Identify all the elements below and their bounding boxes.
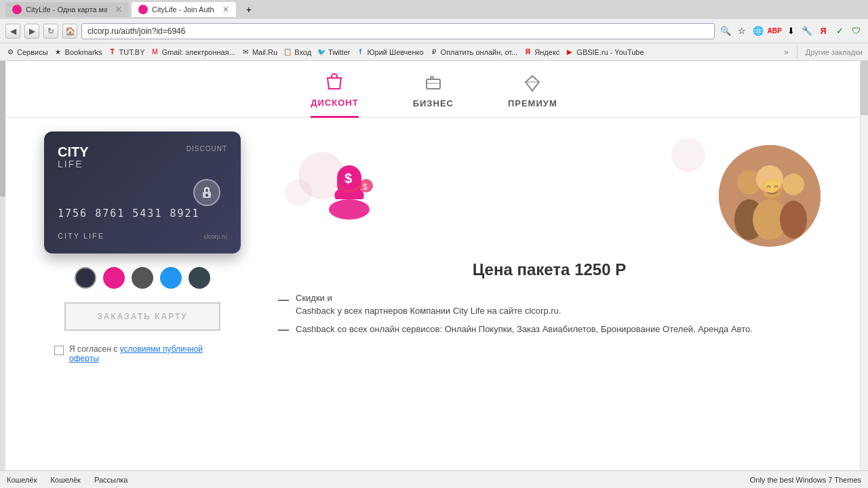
- card-brand-line1: CITY: [58, 145, 89, 159]
- tutby-icon: T: [108, 47, 117, 57]
- svg-point-19: [783, 174, 804, 195]
- other-bookmarks[interactable]: Другие закладки: [806, 48, 863, 56]
- bookmarks-divider: [797, 47, 797, 58]
- address-bar[interactable]: clcorp.ru/auth/join?id=6946: [81, 23, 715, 39]
- terms-text: Я согласен с условиями публичной оферты: [69, 344, 231, 363]
- nav-icons: 🔍 ☆ 🌐 ABP ⬇ 🔧 Я ✓ 🛡: [719, 24, 863, 38]
- bottom-item-1: Кошелёк: [7, 476, 37, 484]
- color-swatches: [75, 267, 210, 289]
- vhod-icon: 📋: [283, 47, 292, 57]
- extensions-icon[interactable]: 🔧: [800, 24, 814, 38]
- terms-checkbox[interactable]: [54, 346, 64, 355]
- vhod-label: Вход: [294, 48, 311, 56]
- search-icon[interactable]: 🔍: [719, 24, 732, 38]
- order-card-button[interactable]: ЗАКАЗАТЬ КАРТУ: [64, 302, 220, 331]
- more-bookmarks[interactable]: »: [784, 47, 789, 57]
- right-visual: $ $: [271, 138, 827, 253]
- price-section: Цена пакета 1250 Р: [271, 260, 827, 279]
- bookmark-services[interactable]: ⚙ Сервисы: [5, 47, 48, 57]
- swatch-dark[interactable]: [75, 267, 96, 289]
- bookmark-vhod[interactable]: 📋 Вход: [283, 47, 311, 57]
- bookmark-mailru[interactable]: ✉ Mail.Ru: [241, 47, 277, 57]
- translate-icon[interactable]: 🌐: [751, 24, 765, 38]
- download-icon[interactable]: ⬇: [784, 24, 797, 38]
- kaspersky-icon[interactable]: 🛡: [849, 24, 863, 38]
- swatch-gray[interactable]: [132, 267, 153, 289]
- svg-text:😊: 😊: [760, 177, 785, 201]
- bag-icon: [323, 72, 345, 94]
- bookmarks-bar: ⚙ Сервисы ★ Bookmarks T TUT.BY M Gmail: …: [0, 43, 868, 61]
- gmail-label: Gmail: электронная...: [162, 48, 235, 56]
- price-label: Цена пакета 1250 Р: [271, 260, 827, 279]
- bookmark-yuriy[interactable]: f Юрий Шевченко: [355, 47, 423, 57]
- forward-button[interactable]: ▶: [24, 24, 39, 39]
- card-discount-label: DISCOUNT: [186, 145, 227, 152]
- facebook-icon: f: [355, 47, 365, 57]
- svg-text:$: $: [344, 171, 352, 186]
- swatch-darkgray[interactable]: [189, 267, 210, 289]
- bookmark-twitter[interactable]: 🐦 Twitter: [317, 47, 350, 57]
- feature-item-1: — Скидки и Cashback у всех партнеров Ком…: [278, 293, 827, 316]
- bookmarks-label: Bookmarks: [65, 48, 102, 56]
- bottom-right-text: Only the best Windows 7 Themes: [750, 476, 861, 484]
- terms-row: Я согласен с условиями публичной оферты: [54, 344, 231, 363]
- new-tab-button[interactable]: +: [239, 2, 259, 17]
- card-lock-icon: [193, 179, 220, 206]
- nav-tab-discount[interactable]: ДИСКОНТ: [311, 72, 358, 118]
- bookmark-gmail[interactable]: M Gmail: электронная...: [151, 47, 235, 57]
- deco-circle-2: [285, 179, 312, 206]
- tab-1[interactable]: CityLife - Одна карта мас... ✕: [5, 2, 129, 17]
- bookmark-oplatit[interactable]: ₽ Оплатить онлайн, от...: [429, 47, 518, 57]
- address-text: clcorp.ru/auth/join?id=6946: [87, 26, 185, 36]
- services-icon: ⚙: [5, 47, 15, 57]
- bookmark-tutby[interactable]: T TUT.BY: [108, 47, 145, 57]
- back-button[interactable]: ◀: [5, 24, 20, 39]
- swatch-blue[interactable]: [160, 267, 182, 289]
- feature-text-1: Скидки и Cashback у всех партнеров Компа…: [296, 293, 561, 316]
- svg-point-20: [780, 201, 807, 239]
- security-icon[interactable]: ✓: [833, 24, 846, 38]
- tab-2-close[interactable]: ✕: [222, 5, 229, 14]
- nav-tab-business[interactable]: БИЗНЕС: [413, 73, 454, 117]
- main-content: CITY LIFE DISCOUNT 1756 8761 5431 8921 C…: [0, 118, 868, 377]
- tab-2-icon: [138, 5, 148, 14]
- page-navigation: ДИСКОНТ БИЗНЕС ПРЕМИУМ: [0, 61, 868, 118]
- card-number: 1756 8761 5431 8921: [58, 207, 200, 220]
- svg-rect-0: [427, 79, 440, 89]
- nav-bar: ◀ ▶ ↻ 🏠 clcorp.ru/auth/join?id=6946 🔍 ☆ …: [0, 19, 868, 43]
- refresh-button[interactable]: ↻: [43, 24, 58, 39]
- cashback-icon-container: $ $: [312, 152, 387, 229]
- mailru-icon: ✉: [241, 47, 250, 57]
- page-content: ДИСКОНТ БИЗНЕС ПРЕМИУМ: [0, 61, 868, 488]
- nav-tab-business-label: БИЗНЕС: [413, 98, 454, 108]
- bottom-item-2: Кошелёк: [50, 476, 80, 484]
- abp-icon[interactable]: ABP: [768, 24, 781, 38]
- bookmark-yandex[interactable]: Я Яндекс: [523, 47, 559, 57]
- bottom-bar: Кошелёк Кошелёк Рассылка Only the best W…: [0, 470, 868, 488]
- yandex-label: Яндекс: [534, 48, 559, 56]
- diamond-icon: [521, 73, 543, 94]
- payment-icon: ₽: [429, 47, 439, 57]
- swatch-pink[interactable]: [103, 267, 125, 289]
- bookmark-gbsie[interactable]: ▶ GBSIE.ru - YouTube: [565, 47, 644, 57]
- nav-tab-premium[interactable]: ПРЕМИУМ: [508, 73, 557, 117]
- tab-1-close[interactable]: ✕: [115, 5, 122, 14]
- tab-1-label: CityLife - Одна карта мас...: [26, 5, 107, 14]
- deco-circle-3: [671, 138, 705, 172]
- bookmark-bookmarks[interactable]: ★ Bookmarks: [54, 47, 102, 57]
- feature-title-1: Скидки и: [296, 293, 561, 303]
- card-container: CITY LIFE DISCOUNT 1756 8761 5431 8921 C…: [44, 131, 241, 253]
- tab-1-icon: [12, 5, 22, 14]
- nav-tab-premium-label: ПРЕМИУМ: [508, 98, 557, 108]
- tab-2[interactable]: CityLife - Join Auth ✕: [132, 2, 236, 17]
- scrollbar-right[interactable]: [860, 61, 868, 470]
- feature-dash-1: —: [278, 294, 289, 316]
- star-icon[interactable]: ☆: [735, 24, 749, 38]
- card-brand-line2: LIFE: [58, 159, 89, 169]
- twitter-icon: 🐦: [317, 47, 326, 57]
- yandex-icon[interactable]: Я: [816, 24, 830, 38]
- scrollbar-left: [0, 61, 5, 488]
- yuriy-label: Юрий Шевченко: [367, 48, 423, 56]
- home-button[interactable]: 🏠: [62, 24, 77, 39]
- left-panel: CITY LIFE DISCOUNT 1756 8761 5431 8921 C…: [41, 131, 244, 363]
